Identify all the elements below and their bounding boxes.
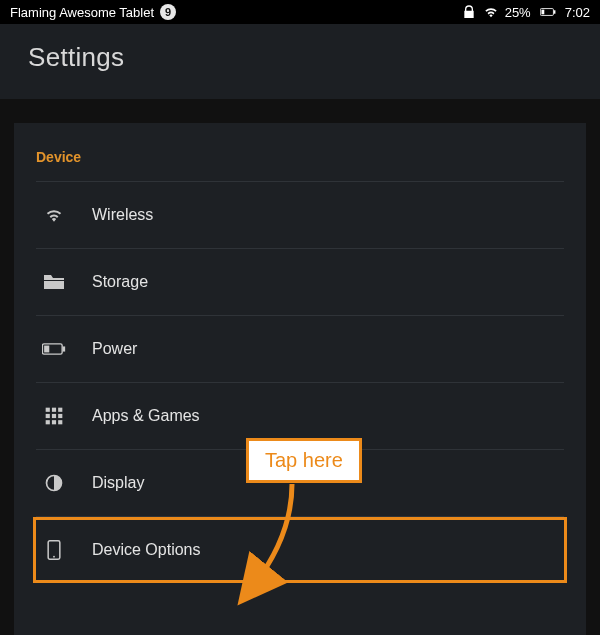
battery-icon <box>40 338 68 360</box>
svg-rect-4 <box>63 346 66 351</box>
clock: 7:02 <box>565 5 590 20</box>
folder-icon <box>40 271 68 293</box>
row-label: Power <box>92 340 137 358</box>
lock-icon <box>461 4 477 20</box>
notification-badge[interactable]: 9 <box>160 4 176 20</box>
settings-header: Settings <box>0 24 600 99</box>
contrast-icon <box>40 472 68 494</box>
arrow-annotation <box>232 478 312 608</box>
svg-rect-12 <box>46 420 50 424</box>
device-name: Flaming Awesome Tablet <box>10 5 154 20</box>
svg-rect-11 <box>58 414 62 418</box>
svg-rect-2 <box>541 10 544 15</box>
row-label: Display <box>92 474 144 492</box>
svg-rect-7 <box>52 408 56 412</box>
svg-rect-10 <box>52 414 56 418</box>
tablet-icon <box>40 539 68 561</box>
battery-status-icon <box>537 4 559 20</box>
svg-rect-6 <box>46 408 50 412</box>
svg-rect-1 <box>553 10 555 13</box>
svg-rect-13 <box>52 420 56 424</box>
status-bar: Flaming Awesome Tablet 9 25% 7:02 <box>0 0 600 24</box>
svg-rect-8 <box>58 408 62 412</box>
settings-power[interactable]: Power <box>36 316 564 382</box>
grid-icon <box>40 405 68 427</box>
row-label: Device Options <box>92 541 201 559</box>
wifi-icon <box>40 204 68 226</box>
tap-here-callout: Tap here <box>246 438 362 483</box>
settings-storage[interactable]: Storage <box>36 249 564 315</box>
svg-rect-9 <box>46 414 50 418</box>
svg-rect-5 <box>44 346 49 353</box>
page-title: Settings <box>28 42 572 73</box>
wifi-status-icon <box>483 4 499 20</box>
svg-point-17 <box>53 556 55 558</box>
battery-percent: 25% <box>505 5 531 20</box>
row-label: Wireless <box>92 206 153 224</box>
section-title: Device <box>36 149 564 165</box>
svg-rect-14 <box>58 420 62 424</box>
settings-wireless[interactable]: Wireless <box>36 182 564 248</box>
row-label: Apps & Games <box>92 407 200 425</box>
row-label: Storage <box>92 273 148 291</box>
